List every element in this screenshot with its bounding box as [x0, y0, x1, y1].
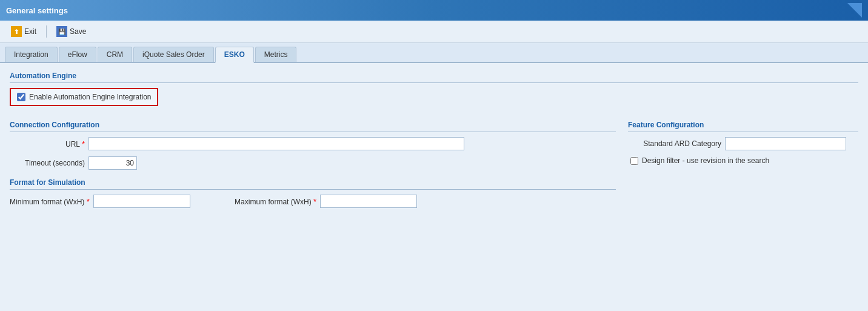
title-bar: General settings	[0, 0, 868, 21]
design-filter-checkbox[interactable]	[630, 157, 638, 165]
format-simulation-header: Format for Simulation	[10, 178, 616, 190]
url-input[interactable]	[88, 137, 464, 150]
tab-eflow[interactable]: eFlow	[59, 47, 96, 62]
format-row: Minimum format (WxH) * Maximum format (W…	[10, 195, 616, 208]
tabs-bar: Integration eFlow CRM iQuote Sales Order…	[0, 43, 868, 63]
min-format-input[interactable]	[93, 195, 190, 208]
connection-config-col: Connection Configuration URL * Timeout (…	[10, 121, 616, 216]
min-format-label: Minimum format (WxH) *	[10, 197, 93, 206]
enable-automation-checkbox-row[interactable]: Enable Automation Engine Integration	[10, 88, 158, 106]
max-format-label: Maximum format (WxH) *	[235, 197, 320, 206]
feature-config-section: Feature Configuration Standard ARD Categ…	[628, 121, 858, 165]
exit-icon: ⬆	[11, 26, 22, 37]
connection-config-header: Connection Configuration	[10, 121, 616, 132]
title-bar-decoration	[847, 3, 862, 18]
automation-engine-section: Automation Engine Enable Automation Engi…	[10, 72, 858, 112]
timeout-label: Timeout (seconds)	[10, 159, 88, 167]
tab-esko[interactable]: ESKO	[215, 47, 254, 63]
ard-category-row: Standard ARD Category	[628, 137, 858, 150]
tab-crm[interactable]: CRM	[98, 47, 132, 62]
max-format-required: *	[313, 197, 316, 206]
connection-config-section: Connection Configuration URL * Timeout (…	[10, 121, 616, 170]
tab-integration[interactable]: Integration	[5, 47, 58, 62]
url-row: URL *	[10, 137, 616, 150]
feature-config-col: Feature Configuration Standard ARD Categ…	[628, 121, 858, 216]
design-filter-label: Design filter - use revision in the sear…	[642, 156, 769, 165]
max-format-input[interactable]	[320, 195, 417, 208]
tab-metrics[interactable]: Metrics	[255, 47, 297, 62]
toolbar-separator	[46, 25, 47, 38]
url-required: *	[82, 139, 85, 149]
format-simulation-section: Format for Simulation Minimum format (Wx…	[10, 178, 616, 208]
save-label: Save	[70, 27, 86, 36]
two-col-layout: Connection Configuration URL * Timeout (…	[10, 121, 858, 216]
design-filter-row: Design filter - use revision in the sear…	[628, 156, 858, 165]
feature-config-header: Feature Configuration	[628, 121, 858, 132]
toolbar: ⬆ Exit 💾 Save	[0, 21, 868, 43]
enable-automation-checkbox[interactable]	[17, 93, 25, 101]
exit-label: Exit	[24, 27, 36, 36]
timeout-input[interactable]	[88, 156, 137, 170]
automation-engine-header: Automation Engine	[10, 72, 858, 83]
save-button[interactable]: 💾 Save	[52, 24, 91, 39]
save-icon: 💾	[56, 26, 67, 37]
url-label: URL *	[10, 139, 88, 149]
tab-iquote[interactable]: iQuote Sales Order	[133, 47, 214, 62]
timeout-row: Timeout (seconds)	[10, 156, 616, 170]
content-area: Automation Engine Enable Automation Engi…	[0, 63, 868, 311]
enable-automation-label: Enable Automation Engine Integration	[29, 93, 151, 101]
title-bar-label: General settings	[6, 6, 68, 15]
ard-category-input[interactable]	[725, 137, 846, 150]
exit-button[interactable]: ⬆ Exit	[6, 24, 41, 39]
ard-category-label: Standard ARD Category	[628, 139, 725, 148]
min-format-required: *	[87, 197, 90, 206]
